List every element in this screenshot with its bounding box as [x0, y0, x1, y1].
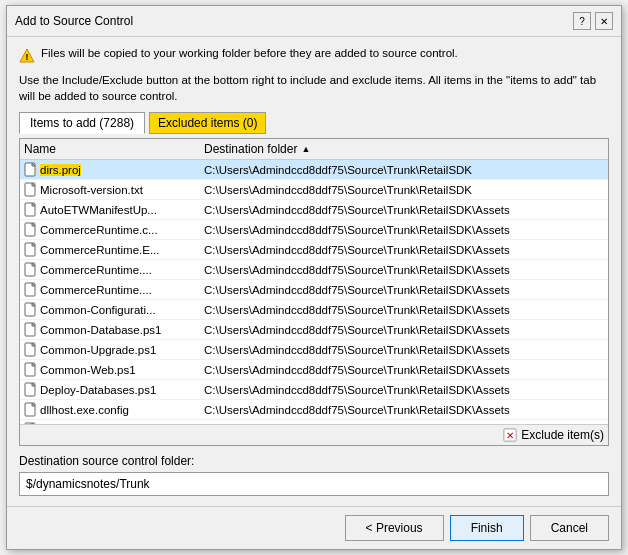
cell-destination: C:\Users\Admindccd8ddf75\Source\Trunk\Re… — [204, 262, 604, 277]
file-icon — [24, 182, 37, 197]
cell-destination: C:\Users\Admindccd8ddf75\Source\Trunk\Re… — [204, 302, 604, 317]
file-icon — [24, 382, 37, 397]
cell-name: CommerceRuntime.E... — [24, 242, 204, 257]
cell-name: Microsoft-version.txt — [24, 182, 204, 197]
tabs-row: Items to add (7288) Excluded items (0) — [19, 112, 609, 134]
cell-name: CommerceRuntime.... — [24, 282, 204, 297]
exclude-icon: ✕ — [503, 428, 517, 442]
cell-destination: C:\Users\Admindccd8ddf75\Source\Trunk\Re… — [204, 362, 604, 377]
file-icon — [24, 342, 37, 357]
table-row[interactable]: CommerceRuntime.E...C:\Users\Admindccd8d… — [20, 240, 608, 260]
cancel-button[interactable]: Cancel — [530, 515, 609, 541]
table-row[interactable]: Deploy-Databases.ps1C:\Users\Admindccd8d… — [20, 380, 608, 400]
destination-folder-section: Destination source control folder: — [19, 454, 609, 496]
cell-destination: C:\Users\Admindccd8ddf75\Source\Trunk\Re… — [204, 222, 604, 237]
cell-name: Common-Web.ps1 — [24, 362, 204, 377]
close-button[interactable]: ✕ — [595, 12, 613, 30]
svg-text:!: ! — [26, 52, 29, 62]
file-icon — [24, 402, 37, 417]
cell-name: AutoETWManifestUp... — [24, 202, 204, 217]
cell-name: dirs.proj — [24, 162, 204, 177]
info-text: Use the Include/Exclude button at the bo… — [19, 72, 609, 104]
cell-destination: C:\Users\Admindccd8ddf75\Source\Trunk\Re… — [204, 382, 604, 397]
tab-items-to-add[interactable]: Items to add (7288) — [19, 112, 145, 134]
exclude-bar: ✕ Exclude item(s) — [20, 424, 608, 445]
table-row[interactable]: Common-Web.ps1C:\Users\Admindccd8ddf75\S… — [20, 360, 608, 380]
file-icon — [24, 362, 37, 377]
destination-folder-label: Destination source control folder: — [19, 454, 609, 468]
previous-button[interactable]: < Previous — [345, 515, 444, 541]
cell-name: Deploy-Databases.ps1 — [24, 382, 204, 397]
file-icon — [24, 222, 37, 237]
file-icon — [24, 302, 37, 317]
footer: < Previous Finish Cancel — [7, 506, 621, 549]
file-icon — [24, 322, 37, 337]
svg-text:✕: ✕ — [506, 430, 514, 441]
cell-name: CommerceRuntime.... — [24, 262, 204, 277]
tab-excluded-items[interactable]: Excluded items (0) — [149, 112, 266, 134]
warning-icon: ! — [19, 48, 35, 64]
file-icon — [24, 242, 37, 257]
cell-destination: C:\Users\Admindccd8ddf75\Source\Trunk\Re… — [204, 242, 604, 257]
exclude-button[interactable]: ✕ Exclude item(s) — [503, 428, 604, 442]
cell-destination: C:\Users\Admindccd8ddf75\Source\Trunk\Re… — [204, 202, 604, 217]
file-icon — [24, 202, 37, 217]
table-row[interactable]: CommerceRuntime.c...C:\Users\Admindccd8d… — [20, 220, 608, 240]
table-row[interactable]: Microsoft-version.txtC:\Users\Admindccd8… — [20, 180, 608, 200]
warning-bar: ! Files will be copied to your working f… — [19, 47, 609, 64]
table-row[interactable]: Common-Upgrade.ps1C:\Users\Admindccd8ddf… — [20, 340, 608, 360]
table-row[interactable]: CommerceRuntime....C:\Users\Admindccd8dd… — [20, 260, 608, 280]
col-header-destination: Destination folder ▲ — [204, 142, 604, 156]
help-button[interactable]: ? — [573, 12, 591, 30]
cell-destination: C:\Users\Admindccd8ddf75\Source\Trunk\Re… — [204, 182, 604, 197]
table-body[interactable]: dirs.projC:\Users\Admindccd8ddf75\Source… — [20, 160, 608, 424]
cell-destination: C:\Users\Admindccd8ddf75\Source\Trunk\Re… — [204, 342, 604, 357]
dialog: Add to Source Control ? ✕ ! Files will b… — [6, 5, 622, 550]
file-icon — [24, 262, 37, 277]
cell-destination: C:\Users\Admindccd8ddf75\Source\Trunk\Re… — [204, 162, 604, 177]
sort-arrow-icon: ▲ — [301, 144, 310, 154]
cell-destination: C:\Users\Admindccd8ddf75\Source\Trunk\Re… — [204, 282, 604, 297]
table-row[interactable]: Common-Database.ps1C:\Users\Admindccd8dd… — [20, 320, 608, 340]
file-table: Name Destination folder ▲ dirs.projC:\Us… — [19, 138, 609, 446]
file-icon — [24, 162, 37, 177]
table-row[interactable]: dirs.projC:\Users\Admindccd8ddf75\Source… — [20, 160, 608, 180]
finish-button[interactable]: Finish — [450, 515, 524, 541]
dialog-body: ! Files will be copied to your working f… — [7, 37, 621, 506]
cell-name: Common-Database.ps1 — [24, 322, 204, 337]
title-bar: Add to Source Control ? ✕ — [7, 6, 621, 37]
cell-destination: C:\Users\Admindccd8ddf75\Source\Trunk\Re… — [204, 402, 604, 417]
file-icon — [24, 282, 37, 297]
cell-name: CommerceRuntime.c... — [24, 222, 204, 237]
warning-text: Files will be copied to your working fol… — [41, 47, 458, 59]
col-header-name: Name — [24, 142, 204, 156]
table-row[interactable]: Common-Configurati...C:\Users\Admindccd8… — [20, 300, 608, 320]
table-row[interactable]: dllhost.exe.configC:\Users\Admindccd8ddf… — [20, 400, 608, 420]
destination-folder-input[interactable] — [19, 472, 609, 496]
cell-name: Common-Configurati... — [24, 302, 204, 317]
cell-name: Common-Upgrade.ps1 — [24, 342, 204, 357]
table-header: Name Destination folder ▲ — [20, 139, 608, 160]
dialog-title: Add to Source Control — [15, 14, 133, 28]
table-row[interactable]: CommerceRuntime....C:\Users\Admindccd8dd… — [20, 280, 608, 300]
title-bar-controls: ? ✕ — [573, 12, 613, 30]
cell-name: dllhost.exe.config — [24, 402, 204, 417]
cell-destination: C:\Users\Admindccd8ddf75\Source\Trunk\Re… — [204, 322, 604, 337]
table-row[interactable]: AutoETWManifestUp...C:\Users\Admindccd8d… — [20, 200, 608, 220]
